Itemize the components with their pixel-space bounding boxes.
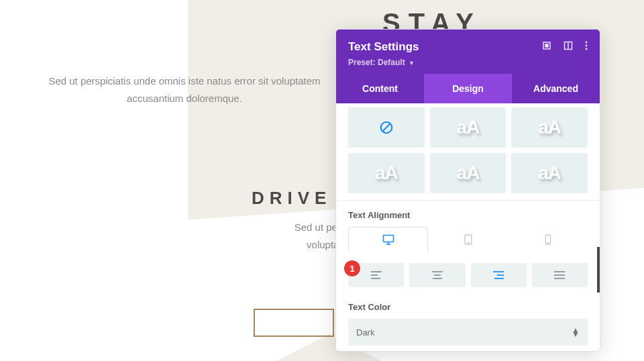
align-justify[interactable] (532, 263, 588, 287)
tab-advanced[interactable]: Advanced (512, 74, 600, 103)
select-caret-icon: ▲▼ (572, 328, 580, 336)
svg-point-5 (586, 45, 588, 47)
text-shadow-opt-2[interactable]: aA (430, 107, 506, 148)
svg-line-8 (382, 123, 390, 132)
text-shadow-grid: aA aA aA aA aA (336, 103, 600, 201)
text-alignment-label: Text Alignment (336, 201, 600, 227)
more-icon[interactable] (585, 41, 588, 53)
panel-title: Text Settings (348, 40, 419, 54)
panel-header: Text Settings Preset: Default ▼ (336, 30, 600, 74)
text-settings-panel: Text Settings Preset: Default ▼ Content … (335, 29, 600, 352)
scrollbar[interactable] (597, 247, 600, 293)
expand-icon[interactable] (542, 41, 551, 53)
text-color-select[interactable]: Dark ▲▼ (348, 319, 588, 346)
text-shadow-opt-5[interactable]: aA (430, 153, 506, 193)
device-tablet[interactable] (428, 227, 508, 252)
text-shadow-opt-6[interactable]: aA (511, 153, 588, 193)
preset-select[interactable]: Preset: Default ▼ (348, 58, 588, 67)
headline-drive: DRIVE (252, 188, 331, 209)
svg-point-6 (586, 48, 588, 50)
align-center[interactable] (409, 263, 465, 287)
device-phone[interactable] (508, 227, 588, 252)
chevron-down-icon: ▼ (409, 60, 415, 66)
text-shadow-opt-3[interactable]: aA (511, 107, 588, 148)
svg-rect-1 (545, 44, 548, 47)
tab-design[interactable]: Design (424, 74, 512, 103)
intro-paragraph-1: Sed ut perspiciatis unde omnis iste natu… (40, 72, 329, 107)
text-shadow-opt-4[interactable]: aA (348, 153, 425, 193)
svg-rect-9 (383, 236, 393, 242)
device-desktop[interactable] (348, 227, 428, 252)
cta-button-outline[interactable] (254, 309, 334, 337)
panel-tabs: Content Design Advanced (336, 74, 600, 103)
svg-point-15 (547, 242, 548, 243)
text-shadow-none[interactable] (348, 107, 425, 148)
text-color-label: Text Color (336, 293, 600, 319)
svg-point-4 (586, 42, 588, 44)
panel-body: aA aA aA aA aA Text Alignment (336, 103, 600, 351)
responsive-device-tabs (336, 227, 600, 252)
svg-point-13 (468, 242, 468, 243)
alignment-options (336, 252, 600, 293)
annotation-badge-1: 1 (344, 260, 360, 276)
tab-content[interactable]: Content (336, 74, 424, 103)
columns-icon[interactable] (564, 41, 573, 53)
align-right[interactable] (471, 263, 527, 287)
text-color-value: Dark (356, 327, 374, 338)
